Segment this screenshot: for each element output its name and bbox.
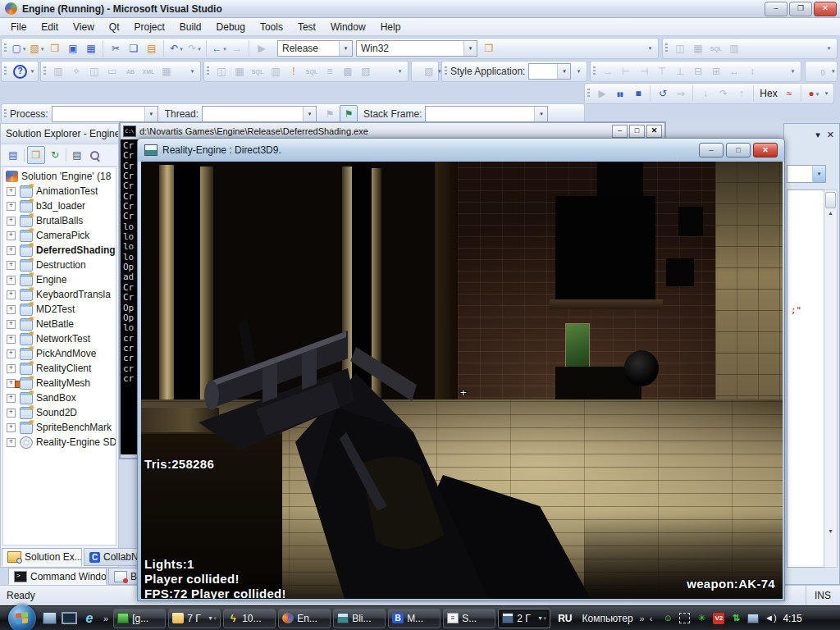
undo-icon[interactable]: ↶ [168,40,185,57]
tab-breakpoints[interactable]: B [108,568,138,585]
menu-item[interactable]: Edit [34,19,66,35]
menu-item[interactable]: Project [127,19,172,35]
key-icon[interactable]: ✧ [68,63,84,80]
tree-project-node[interactable]: + NetworkTest [3,331,116,346]
toolbar-options-chevron[interactable]: ▾ [574,69,583,74]
v2-icon[interactable]: V2 [713,613,724,624]
tree-expander[interactable]: + [7,261,16,270]
grid-icon[interactable]: ▦ [158,63,175,80]
results-pane-icon[interactable]: ▥ [267,63,284,80]
redo-icon[interactable]: ↷ [186,40,207,57]
toolbar-options-chevron[interactable]: ▾ [824,46,833,51]
same-width-icon[interactable]: ↔ [726,63,742,80]
taskbar-button[interactable]: En... ▾ [278,609,331,628]
diagram-icon[interactable]: ◫ [86,63,103,80]
tree-project-node[interactable]: + AnimationTest [3,184,116,199]
chevron-down-icon[interactable]: ▾ [339,41,352,56]
cut-icon[interactable]: ✂ [107,40,124,57]
toolbar-grip[interactable] [4,109,7,119]
toolbar-grip[interactable] [665,43,668,53]
xml-icon[interactable]: XML [140,63,157,80]
step-over-icon[interactable]: ↷ [715,85,732,102]
toolbar-options-chevron[interactable]: ▾ [788,69,797,74]
same-height-icon[interactable]: ↕ [744,63,760,80]
switch-windows-icon[interactable] [62,612,77,624]
style-application-combo[interactable]: ▾ [528,63,571,80]
speedfan-icon[interactable]: ☺ [662,613,673,624]
console-minimize-button[interactable]: – [612,125,628,138]
validate-icon[interactable]: ! [285,63,302,80]
ab-rename-icon[interactable]: AB [122,63,139,80]
platform-combo[interactable]: Win32 ▾ [356,40,477,57]
taskbar-button[interactable]: B M... ▾ [388,609,441,628]
center-horizontal-icon[interactable]: ⊟ [690,63,706,80]
show-next-statement-icon[interactable]: ⇒ [673,85,693,102]
menu-item[interactable]: Tools [253,19,290,35]
toolbar-options-chevron[interactable]: ▾ [188,69,197,74]
show-desktop-icon[interactable] [43,612,57,624]
tree-project-node[interactable]: + SpriteBenchMark [3,420,116,435]
solution-config-combo[interactable]: Release ▾ [277,40,353,57]
table-icon[interactable]: ▦ [690,40,706,57]
save-icon[interactable]: ▣ [65,40,81,57]
tab-command-window[interactable]: Command Window [8,568,107,585]
new-table-icon[interactable]: ▦ [231,63,248,80]
database-diagram-icon[interactable]: ◫ [672,40,688,57]
updown-arrows-icon[interactable]: ⇅ [730,613,742,624]
close-button[interactable]: ✕ [814,2,837,16]
scroll-down-icon[interactable]: ▼ [824,528,837,534]
new-diagram-icon[interactable]: ◫ [213,63,230,80]
editor-scrollbar[interactable]: ▲ ▼ [824,189,838,568]
volume-icon[interactable]: ◄) [765,613,776,624]
align-tops-icon[interactable]: ⊤ [654,63,670,80]
start-button[interactable] [8,605,36,630]
flag-threads-icon[interactable]: ⚑ [340,105,358,123]
copy-icon[interactable]: ❏ [126,40,142,57]
toolbar-grip[interactable] [587,89,590,98]
tree-project-node[interactable]: + BrutalBalls [3,213,116,228]
designer-icon[interactable]: ▨ [421,63,437,80]
quick-launch-chevron[interactable]: » [103,614,108,623]
menu-item[interactable]: File [3,19,34,35]
tab-solution-explorer[interactable]: Solution Ex... [2,548,82,566]
hex-toggle[interactable]: Hex [758,85,779,102]
help-icon[interactable]: ? [13,65,27,79]
tree-project-node[interactable]: + Reality-Engine SDK [3,435,116,450]
toolbar-grip[interactable] [4,43,7,53]
scrollbar-thumb[interactable] [825,192,836,208]
tab-collabnet[interactable]: C CollabN [84,548,138,566]
save-all-icon[interactable]: ▦ [83,40,103,57]
sql-icon[interactable]: SQL [708,40,724,57]
tree-project-node[interactable]: + Sound2D [3,405,116,420]
chevron-down-icon[interactable]: ▾ [812,166,825,182]
scroll-up-icon[interactable]: ▲ [824,210,837,216]
continue-icon[interactable]: ▶ [594,85,610,102]
tree-expander[interactable]: + [7,335,16,344]
taskbar-button[interactable]: ≡ S... ▾ [443,609,495,628]
center-vertical-icon[interactable]: ⊞ [708,63,724,80]
start-debug-icon[interactable]: ▶ [253,40,270,57]
step-out-icon[interactable]: ↑ [733,85,754,102]
toolbar-chevron[interactable]: » [640,614,645,623]
game-close-button[interactable]: ✕ [753,143,778,158]
tree-project-node[interactable]: + CameraPick [3,228,116,243]
tab-order-icon[interactable]: → [600,63,616,80]
tree-project-node[interactable]: + RealityMesh [3,376,116,390]
solution-root-node[interactable]: Solution 'Engine' (18 [3,169,116,184]
format-document-icon[interactable]: {} [815,63,831,80]
menu-item[interactable]: Debug [209,19,253,35]
tree-project-node[interactable]: + Engine [3,272,116,287]
add-new-project-icon[interactable]: ▧ [29,40,45,57]
chevron-down-icon[interactable]: ▾ [144,107,158,121]
tree-project-node[interactable]: + KeybaordTransla [3,287,116,302]
paste-icon[interactable]: ▤ [144,40,164,57]
toolbar-grip[interactable] [43,66,46,76]
taskbar-button[interactable]: Bli... ▾ [333,609,386,628]
console-maximize-button[interactable]: □ [629,125,645,138]
panel-close-icon[interactable]: ✕ [827,130,834,140]
tree-project-node[interactable]: + DeferredShading [3,243,116,258]
tree-expander[interactable]: + [7,202,16,211]
language-indicator[interactable]: RU [558,613,572,624]
toolbar-options-chevron[interactable]: ▾ [395,69,404,74]
game-title-bar[interactable]: Reality-Engine : Direct3D9. – □ ✕ [138,139,784,162]
